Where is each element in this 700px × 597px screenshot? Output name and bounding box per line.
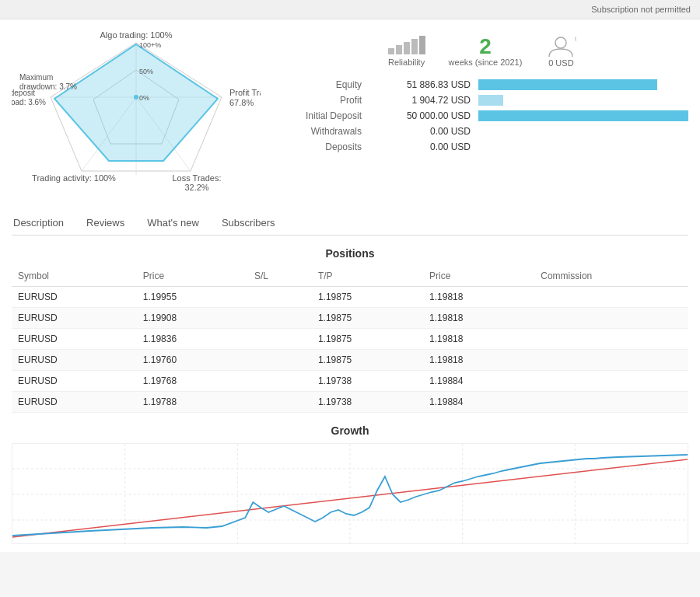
deposits-label: Deposits: [276, 141, 362, 152]
growth-chart: [12, 443, 688, 544]
cell-price: 1.19955: [137, 287, 248, 308]
stat-row-equity: Equity 51 886.83 USD: [276, 79, 688, 90]
cell-tp: 1.19875: [312, 308, 423, 329]
svg-text:Loss Trades:: Loss Trades:: [173, 173, 222, 183]
cell-price2: 1.19818: [423, 308, 534, 329]
cell-commission: [534, 329, 688, 350]
initial-deposit-value: 50 000.00 USD: [369, 110, 471, 121]
cell-price: 1.19788: [137, 392, 248, 413]
svg-text:Maximum: Maximum: [19, 73, 53, 82]
positions-header: Symbol Price S/L T/P Price Commission: [12, 266, 688, 287]
svg-text:32.2%: 32.2%: [184, 183, 208, 192]
positions-table: Symbol Price S/L T/P Price Commission EU…: [12, 266, 688, 413]
cell-price2: 1.19884: [423, 392, 534, 413]
subscribers-usd: 0 USD: [548, 58, 573, 68]
cell-tp: 1.19875: [312, 287, 423, 308]
bar5: [419, 36, 425, 54]
cell-commission: [534, 287, 688, 308]
col-sl: S/L: [248, 266, 312, 287]
svg-text:0: 0: [575, 35, 576, 43]
growth-title: Growth: [12, 424, 688, 437]
reliability-item: Reliability: [388, 36, 425, 67]
top-bar: Subscription not permitted: [0, 0, 700, 19]
col-price: Price: [137, 266, 248, 287]
cell-symbol: EURUSD: [12, 371, 137, 392]
stat-rows: Equity 51 886.83 USD Profit 1 904.72 USD…: [276, 79, 688, 152]
cell-symbol: EURUSD: [12, 350, 137, 371]
svg-text:100+%: 100+%: [139, 41, 161, 49]
svg-marker-8: [54, 44, 218, 161]
nav-tabs: Description Reviews What's new Subscribe…: [12, 206, 688, 236]
cell-commission: [534, 392, 688, 413]
tab-whats-new[interactable]: What's new: [145, 212, 201, 235]
cell-price2: 1.19818: [423, 287, 534, 308]
stat-row-initial-deposit: Initial Deposit 50 000.00 USD: [276, 110, 688, 121]
cell-commission: [534, 308, 688, 329]
profit-value: 1 904.72 USD: [369, 95, 471, 106]
growth-section: Growth: [12, 424, 688, 544]
stats-panel: Reliability 2 weeks (since 2021) 0 0 USD: [276, 27, 688, 157]
cell-price: 1.19760: [137, 350, 248, 371]
growth-svg: [12, 444, 688, 544]
svg-text:67.8%: 67.8%: [229, 98, 254, 107]
reliability-label: Reliability: [388, 58, 425, 67]
withdrawals-label: Withdrawals: [276, 126, 362, 137]
cell-symbol: EURUSD: [12, 329, 137, 350]
bar1: [388, 48, 394, 54]
bar2: [396, 45, 402, 54]
svg-text:Trading activity: 100%: Trading activity: 100%: [32, 173, 116, 183]
tab-reviews[interactable]: Reviews: [85, 212, 126, 235]
cell-sl: [248, 392, 312, 413]
equity-value: 51 886.83 USD: [369, 79, 471, 90]
stat-row-profit: Profit 1 904.72 USD: [276, 95, 688, 106]
col-tp: T/P: [312, 266, 423, 287]
tab-description[interactable]: Description: [12, 212, 65, 235]
cell-sl: [248, 308, 312, 329]
cell-price2: 1.19818: [423, 350, 534, 371]
cell-price2: 1.19818: [423, 329, 534, 350]
equity-bar: [478, 79, 657, 90]
radar-chart: Algo trading: 100% Profit Trades: 67.8% …: [12, 27, 261, 198]
svg-point-23: [555, 37, 566, 48]
cell-sl: [248, 350, 312, 371]
svg-text:load: 3.6%: load: 3.6%: [12, 98, 46, 106]
cell-symbol: EURUSD: [12, 287, 137, 308]
bar3: [404, 42, 410, 54]
weeks-item: 2 weeks (since 2021): [449, 36, 523, 67]
svg-text:drawdown: 3.7%: drawdown: 3.7%: [19, 82, 77, 91]
cell-tp: 1.19875: [312, 329, 423, 350]
cell-sl: [248, 371, 312, 392]
table-row: EURUSD 1.19788 1.19738 1.19884: [12, 392, 688, 413]
cell-sl: [248, 329, 312, 350]
positions-section: Positions Symbol Price S/L T/P Price Com…: [12, 247, 688, 413]
svg-text:Algo trading: 100%: Algo trading: 100%: [100, 30, 173, 40]
withdrawals-bar-container: [478, 126, 688, 137]
equity-bar-container: [478, 79, 688, 90]
cell-commission: [534, 371, 688, 392]
col-price2: Price: [423, 266, 534, 287]
cell-sl: [248, 287, 312, 308]
deposits-bar-container: [478, 141, 688, 152]
table-row: EURUSD 1.19908 1.19875 1.19818: [12, 308, 688, 329]
tab-subscribers[interactable]: Subscribers: [220, 212, 277, 235]
deposits-value: 0.00 USD: [369, 141, 471, 152]
initial-deposit-label: Initial Deposit: [276, 110, 362, 121]
svg-text:50%: 50%: [139, 68, 153, 75]
equity-label: Equity: [276, 79, 362, 90]
reliability-bars: [388, 36, 425, 54]
svg-text:Profit Trades:: Profit Trades:: [229, 88, 261, 97]
subscription-status: Subscription not permitted: [591, 5, 691, 14]
svg-point-9: [134, 95, 138, 100]
cell-price: 1.19908: [137, 308, 248, 329]
profit-bar-container: [478, 95, 688, 106]
weeks-number: 2: [479, 36, 492, 58]
initial-deposit-bar: [478, 110, 688, 121]
withdrawals-value: 0.00 USD: [369, 126, 471, 137]
stat-row-deposits: Deposits 0.00 USD: [276, 141, 688, 152]
subscribers-icon: 0: [545, 35, 576, 58]
table-row: EURUSD 1.19836 1.19875 1.19818: [12, 329, 688, 350]
cell-symbol: EURUSD: [12, 308, 137, 329]
profit-label: Profit: [276, 95, 362, 106]
cell-tp: 1.19875: [312, 350, 423, 371]
initial-deposit-bar-container: [478, 110, 688, 121]
